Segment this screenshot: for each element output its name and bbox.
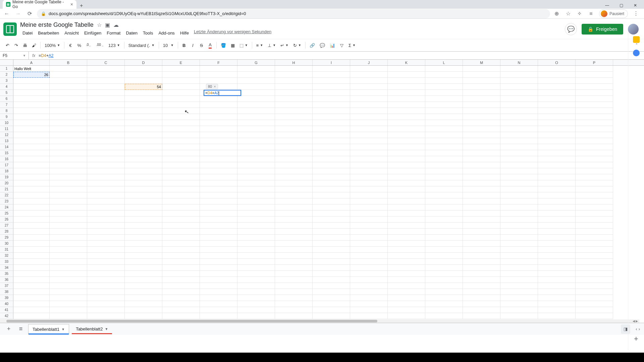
cell[interactable] — [388, 168, 425, 174]
cell[interactable] — [576, 241, 613, 247]
cell[interactable] — [50, 265, 87, 271]
cell[interactable] — [463, 235, 500, 241]
cell[interactable] — [50, 198, 87, 204]
cell[interactable] — [237, 283, 275, 289]
cell[interactable] — [576, 114, 613, 120]
cell[interactable] — [13, 241, 50, 247]
cell[interactable] — [313, 156, 350, 162]
cell[interactable] — [538, 283, 576, 289]
cell[interactable] — [388, 102, 425, 108]
cell[interactable] — [13, 265, 50, 271]
cell[interactable] — [538, 150, 576, 156]
cell[interactable] — [388, 126, 425, 132]
cell[interactable] — [576, 210, 613, 217]
cell[interactable] — [538, 162, 576, 168]
cell[interactable] — [237, 180, 275, 186]
cell[interactable] — [463, 126, 500, 132]
cell[interactable] — [425, 84, 463, 90]
column-header[interactable]: E — [162, 60, 200, 65]
cell-editor[interactable]: =D4+A2 — [204, 90, 241, 96]
cell[interactable] — [425, 204, 463, 210]
cell[interactable] — [13, 126, 50, 132]
column-header[interactable]: I — [313, 60, 350, 65]
cell[interactable] — [125, 271, 162, 277]
row-header[interactable]: 8 — [0, 108, 13, 114]
cell[interactable] — [87, 223, 125, 229]
cell[interactable] — [425, 72, 463, 78]
cell[interactable] — [162, 198, 200, 204]
cell[interactable] — [237, 90, 275, 96]
cell[interactable] — [576, 223, 613, 229]
menu-tools[interactable]: Tools — [141, 29, 155, 37]
cell[interactable] — [237, 120, 275, 126]
row-header[interactable]: 38 — [0, 289, 13, 295]
cell[interactable] — [87, 120, 125, 126]
chevron-down-icon[interactable]: ▼ — [105, 327, 108, 331]
cell[interactable] — [500, 223, 538, 229]
cell[interactable] — [162, 271, 200, 277]
cell[interactable] — [50, 295, 87, 301]
cell[interactable] — [576, 150, 613, 156]
cell[interactable] — [50, 229, 87, 235]
cell[interactable] — [125, 168, 162, 174]
cell[interactable] — [538, 126, 576, 132]
cell[interactable] — [576, 259, 613, 265]
cell[interactable] — [350, 114, 388, 120]
name-box[interactable]: F5 ▼ — [0, 52, 29, 59]
cell[interactable] — [125, 114, 162, 120]
cell[interactable] — [388, 235, 425, 241]
cell[interactable] — [237, 253, 275, 259]
cell[interactable] — [500, 265, 538, 271]
cell[interactable] — [200, 180, 237, 186]
cell[interactable] — [538, 144, 576, 150]
cell[interactable] — [350, 295, 388, 301]
cell[interactable] — [313, 247, 350, 253]
cell[interactable] — [500, 217, 538, 223]
cell[interactable] — [313, 72, 350, 78]
cell[interactable] — [200, 66, 237, 72]
cell[interactable] — [538, 78, 576, 84]
cell[interactable] — [500, 96, 538, 102]
cell[interactable] — [463, 174, 500, 180]
cell[interactable] — [463, 138, 500, 144]
cell[interactable] — [425, 301, 463, 307]
cell[interactable] — [237, 174, 275, 180]
cell[interactable] — [576, 283, 613, 289]
cell[interactable] — [313, 307, 350, 313]
cell[interactable] — [538, 156, 576, 162]
cell[interactable] — [576, 247, 613, 253]
cell[interactable] — [350, 289, 388, 295]
cell[interactable] — [388, 162, 425, 168]
cell[interactable] — [87, 96, 125, 102]
cell[interactable] — [162, 180, 200, 186]
cell[interactable] — [350, 253, 388, 259]
cell[interactable] — [237, 217, 275, 223]
cell[interactable] — [350, 217, 388, 223]
cell[interactable] — [125, 301, 162, 307]
cell[interactable] — [350, 90, 388, 96]
cell[interactable] — [425, 186, 463, 192]
cell[interactable] — [50, 301, 87, 307]
cell[interactable] — [425, 138, 463, 144]
cell[interactable] — [500, 253, 538, 259]
cell[interactable] — [500, 90, 538, 96]
cell[interactable] — [275, 180, 313, 186]
cell[interactable] — [425, 277, 463, 283]
cell[interactable] — [162, 102, 200, 108]
chrome-menu-icon[interactable]: ⋮ — [633, 10, 639, 17]
cell[interactable] — [425, 114, 463, 120]
cell[interactable] — [350, 162, 388, 168]
cell[interactable] — [237, 229, 275, 235]
cell[interactable] — [13, 313, 50, 319]
document-title[interactable]: Meine erste Google Tabelle — [20, 21, 94, 28]
cell[interactable] — [538, 192, 576, 198]
cell[interactable] — [463, 259, 500, 265]
cell[interactable] — [87, 84, 125, 90]
cell[interactable] — [463, 114, 500, 120]
cell[interactable] — [275, 295, 313, 301]
cell[interactable] — [388, 90, 425, 96]
cell[interactable] — [538, 241, 576, 247]
cell[interactable] — [388, 108, 425, 114]
cell[interactable] — [576, 229, 613, 235]
cell[interactable] — [200, 217, 237, 223]
